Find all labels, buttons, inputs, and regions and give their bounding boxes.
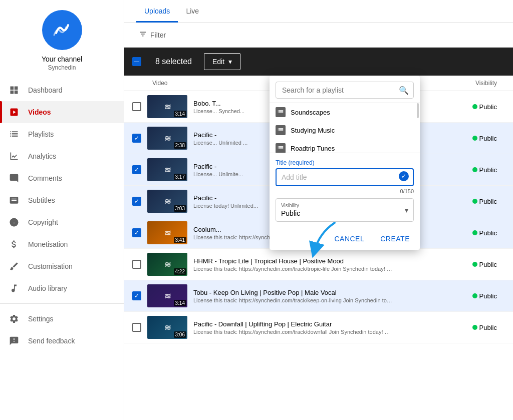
- sidebar-item-audio-library[interactable]: Audio library: [0, 277, 124, 299]
- action-bar: 8 selected Edit ▾: [124, 48, 513, 76]
- public-badge: Public: [445, 166, 497, 174]
- cancel-button[interactable]: CANCEL: [330, 232, 368, 246]
- row-checkbox[interactable]: [132, 197, 141, 206]
- row-checkbox[interactable]: [132, 165, 141, 174]
- visibility-label: Public: [479, 198, 497, 205]
- char-count: 0/150: [276, 188, 414, 194]
- public-badge: Public: [445, 135, 497, 142]
- sidebar-item-comments[interactable]: Comments: [0, 167, 124, 189]
- popup-actions: CANCEL CREATE: [270, 228, 420, 250]
- list-item[interactable]: Studying Music: [270, 121, 420, 139]
- public-badge: Public: [445, 103, 497, 111]
- table-row: ≋ 3:06 Pacific - Downfall | Uplifting Po…: [124, 312, 513, 343]
- visibility-cell: Public: [445, 324, 505, 331]
- public-dot: [472, 293, 477, 298]
- row-checkbox[interactable]: [132, 260, 141, 269]
- toolbar: Filter: [124, 23, 513, 48]
- sidebar-item-label: Subtitles: [28, 196, 55, 204]
- sidebar-nav: Dashboard Videos Playlists Analytics: [0, 79, 124, 420]
- list-item[interactable]: Soundscapes: [270, 103, 420, 121]
- video-info: HHMR - Tropic Life | Tropical House | Po…: [187, 257, 445, 272]
- filter-button[interactable]: Filter: [132, 27, 172, 43]
- visibility-cell: Public: [445, 261, 505, 268]
- create-button[interactable]: CREATE: [376, 232, 414, 246]
- scrollbar-indicator: [417, 103, 419, 118]
- visibility-label: Public: [479, 292, 497, 300]
- audio-icon: [8, 282, 20, 294]
- visibility-select[interactable]: Visibility Public ▾: [276, 198, 414, 222]
- sidebar-item-settings[interactable]: Settings: [0, 308, 124, 330]
- sidebar-item-monetisation[interactable]: Monetisation: [0, 233, 124, 255]
- select-all-checkbox[interactable]: [132, 57, 141, 66]
- public-dot: [472, 104, 477, 109]
- video-thumbnail: ≋ 3:14: [147, 284, 187, 307]
- sidebar-item-playlists[interactable]: Playlists: [0, 123, 124, 145]
- video-thumbnail: ≋ 3:17: [147, 158, 187, 181]
- video-thumbnail: ≋ 3:06: [147, 316, 187, 339]
- row-checkbox[interactable]: [132, 102, 141, 111]
- video-duration: 2:38: [174, 142, 186, 149]
- video-title: Pacific - Downfall | Uplifting Pop | Ele…: [193, 320, 394, 328]
- sidebar-item-label: Videos: [28, 108, 51, 116]
- public-dot: [472, 199, 477, 204]
- list-icon: [8, 128, 20, 140]
- sidebar-item-videos[interactable]: Videos: [0, 101, 124, 123]
- row-checkbox[interactable]: [132, 323, 141, 332]
- tab-uploads[interactable]: Uploads: [136, 0, 178, 23]
- sidebar-item-dashboard[interactable]: Dashboard: [0, 79, 124, 101]
- visibility-cell: Public: [445, 292, 505, 300]
- edit-button[interactable]: Edit ▾: [204, 53, 240, 70]
- video-thumbnail: ≋ 3:14: [147, 95, 187, 118]
- public-badge: Public: [445, 198, 497, 205]
- public-dot: [472, 262, 477, 267]
- list-item[interactable]: Roadtrip Tunes: [270, 139, 420, 153]
- brush-icon: [8, 260, 20, 272]
- money-icon: [8, 238, 20, 250]
- playlist-item-icon: [276, 107, 286, 117]
- playlist-item-name: Roadtrip Tunes: [291, 145, 335, 152]
- main-header: Uploads Live: [124, 0, 513, 23]
- create-title-input[interactable]: [282, 173, 408, 181]
- channel-sub: Synchedin: [48, 64, 76, 71]
- row-checkbox[interactable]: [132, 134, 141, 143]
- public-badge: Public: [445, 324, 497, 331]
- sidebar-item-label: Dashboard: [28, 86, 63, 94]
- sidebar-item-subtitles[interactable]: Subtitles: [0, 189, 124, 211]
- public-badge: Public: [445, 292, 497, 300]
- sidebar-item-label: Send feedback: [28, 337, 75, 345]
- sidebar-divider: [0, 303, 124, 304]
- feedback-icon: [8, 335, 20, 347]
- chevron-down-icon: ▾: [405, 206, 408, 214]
- main-content: Uploads Live Filter 8 selected Edit ▾: [124, 0, 513, 420]
- video-thumbnail: ≋ 4:22: [147, 253, 187, 276]
- tabs: Uploads Live: [136, 0, 501, 22]
- visibility-column-header: Visibility: [445, 80, 505, 87]
- video-thumbnail: ≋ 3:03: [147, 190, 187, 213]
- playlist-search-input[interactable]: [276, 82, 414, 99]
- video-thumbnail: ≋ 2:38: [147, 127, 187, 150]
- create-check-icon: [399, 171, 409, 181]
- visibility-cell: Public: [445, 103, 505, 111]
- row-checkbox[interactable]: [132, 228, 141, 237]
- visibility-label: Visibility: [281, 203, 300, 208]
- sidebar-item-analytics[interactable]: Analytics: [0, 145, 124, 167]
- sidebar-item-label: Audio library: [28, 284, 67, 292]
- gear-icon: [8, 313, 20, 325]
- visibility-label: Public: [479, 229, 497, 237]
- video-duration: 3:41: [174, 237, 186, 243]
- video-description: License this track: https://synchedin.co…: [193, 266, 394, 272]
- search-icon: 🔍: [399, 86, 409, 95]
- copyright-icon: [8, 216, 20, 228]
- avatar: [42, 10, 82, 50]
- playlist-search-section: 🔍: [270, 76, 420, 103]
- sidebar-item-label: Customisation: [28, 262, 73, 270]
- filter-icon: [138, 30, 147, 40]
- visibility-cell: Public: [445, 166, 505, 174]
- sidebar-item-copyright[interactable]: Copyright: [0, 211, 124, 233]
- row-checkbox[interactable]: [132, 291, 141, 300]
- sidebar-item-send-feedback[interactable]: Send feedback: [0, 330, 124, 352]
- playlist-item-name: Studying Music: [291, 127, 335, 134]
- sidebar-item-customisation[interactable]: Customisation: [0, 255, 124, 277]
- tab-live[interactable]: Live: [178, 0, 207, 23]
- video-title: HHMR - Tropic Life | Tropical House | Po…: [193, 257, 394, 265]
